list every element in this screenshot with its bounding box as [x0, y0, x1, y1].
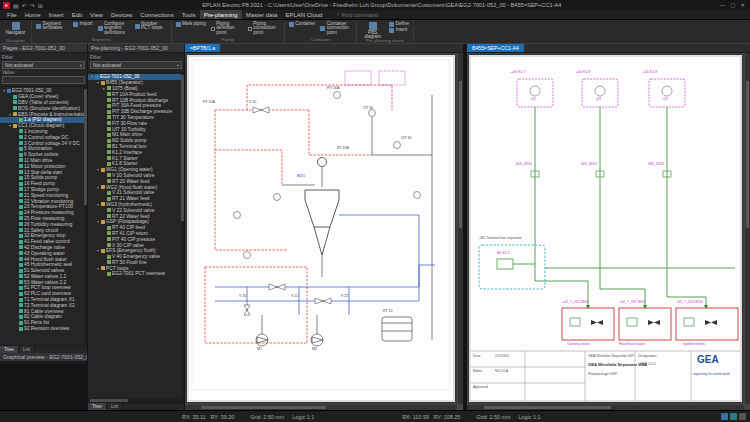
main-area: Pages - EG2-7001-052_00 Filter: Not acti…: [0, 44, 750, 410]
planning-object-icon: [107, 127, 111, 131]
find-command-box[interactable]: ⌕ Find command: [336, 11, 378, 18]
quick-access-icon[interactable]: ↷: [30, 2, 35, 9]
ribbon-tab[interactable]: Edit: [68, 10, 86, 19]
planning-object-icon: [107, 255, 111, 259]
planning-object-icon: [107, 86, 111, 90]
planning-object-icon: [107, 179, 111, 183]
panel-view-tab[interactable]: List: [19, 346, 35, 353]
preplanning-tree-scrollbar[interactable]: [181, 73, 184, 398]
expand-arrow-icon[interactable]: ▾: [96, 219, 100, 224]
status-segment: Logic 1:1: [292, 414, 314, 420]
expand-arrow-icon[interactable]: ▾: [8, 112, 12, 117]
status-icons: [721, 413, 750, 420]
pid-document-window: =BPTB/1.a: [185, 44, 463, 410]
ribbon-button[interactable]: Mark piping: [175, 21, 207, 27]
ribbon-group-caption: Pre-planning macro: [360, 37, 410, 44]
ribbon-button[interactable]: Container: [288, 21, 316, 27]
ribbon-button[interactable]: Number PCT loops: [134, 21, 168, 32]
filter-dropdown[interactable]: Not activated ▾: [90, 61, 182, 69]
document-tab-pid[interactable]: =BPTB/1.a: [185, 44, 220, 52]
pid-vertical-scrollbar[interactable]: [458, 53, 463, 404]
status-segment: RX: 110.99: [402, 414, 429, 420]
document-tab-separator[interactable]: B455=SEP+CC1-A4: [467, 44, 524, 52]
diagram-label: V 20: [239, 295, 246, 299]
filter-dropdown-value: Not activated: [93, 63, 121, 68]
ribbon-tab[interactable]: Master data: [242, 10, 282, 19]
snap-toggle-icon[interactable]: [730, 413, 737, 420]
pages-filter-block: Filter: Not activated ▾ Value:: [0, 53, 87, 87]
ribbon-tab[interactable]: View: [86, 10, 107, 19]
expand-arrow-icon[interactable]: ▾: [8, 123, 12, 128]
planning-object-icon: [107, 133, 111, 137]
page-icon: [19, 280, 23, 284]
filter-value-input[interactable]: [2, 76, 85, 84]
ribbon-tab[interactable]: Home: [21, 10, 45, 19]
sep-canvas[interactable]: =00 K1.7=00 K1.8=00 K1.8-Q1-Q3-Q5-810_WG…: [467, 53, 750, 410]
quick-access-icon[interactable]: ▤: [13, 2, 19, 9]
diagram-label: +02_7_024-WG1: [562, 301, 589, 305]
ribbon-button[interactable]: Piping definition point: [210, 21, 244, 36]
expand-arrow-icon[interactable]: ▾: [96, 185, 100, 190]
minimize-button[interactable]: —: [720, 2, 726, 8]
panel-view-tab[interactable]: Tree: [88, 403, 107, 410]
diagram-label: RT 10A: [203, 101, 215, 105]
pid-canvas[interactable]: RT 10AV 10PIT 30ATIT 30RT 10BB455UIT 30V…: [185, 53, 463, 410]
diagram-label: -Q1: [530, 98, 536, 102]
preplanning-filter-block: Filter: Not activated ▾: [88, 53, 184, 73]
page-icon: [19, 309, 23, 313]
expand-arrow-icon[interactable]: ▾: [96, 80, 100, 85]
ribbon-tab[interactable]: Tools: [178, 10, 200, 19]
container-icon: [289, 22, 294, 27]
planning-object-icon: [107, 231, 111, 235]
layer-toggle-icon[interactable]: [739, 413, 746, 420]
status-segment: RY: 39.20: [211, 414, 235, 420]
maximize-button[interactable]: ▢: [730, 2, 735, 8]
preplanning-tree-item[interactable]: EG2-7001 PCT overview: [88, 271, 184, 277]
ribbon-button[interactable]: Configure segment definitions: [97, 21, 131, 36]
page-icon: [19, 327, 23, 331]
ribbon-tab[interactable]: Devices: [107, 10, 136, 19]
ribbon-tab[interactable]: Connections: [136, 10, 177, 19]
ribbon-button[interactable]: Insert: [388, 27, 410, 33]
expand-arrow-icon[interactable]: ▾: [96, 167, 100, 172]
grid-toggle-icon[interactable]: [721, 413, 728, 420]
filter-dropdown[interactable]: Not activated ▾: [2, 61, 85, 69]
expand-arrow-icon[interactable]: ▾: [96, 248, 100, 253]
expand-arrow-icon[interactable]: ▸: [102, 86, 106, 91]
expand-arrow-icon[interactable]: ▾: [96, 266, 100, 271]
pages-tree-scrollbar[interactable]: [84, 87, 87, 345]
ribbon-tab[interactable]: Pre-planning: [200, 10, 242, 19]
ribbon-button[interactable]: PBS diagram: [360, 21, 385, 37]
planning-object-icon: [101, 168, 105, 172]
planning-object-icon: [107, 214, 111, 218]
ribbon-button[interactable]: Navigator: [3, 21, 28, 37]
preplanning-hscrollbar[interactable]: [88, 398, 184, 402]
planning-object-icon: [101, 81, 105, 85]
panel-view-tab[interactable]: Tree: [0, 346, 19, 353]
ribbon-tab[interactable]: EPLAN Cloud: [281, 10, 326, 19]
expand-arrow-icon[interactable]: ▾: [90, 74, 94, 79]
planning-object-icon: [107, 104, 111, 108]
sep-vertical-scrollbar[interactable]: [745, 53, 750, 404]
preview-panel-header: Graphical preview - EG2-7001-052_00: [0, 353, 87, 362]
expand-arrow-icon[interactable]: ▾: [2, 88, 6, 93]
panel-view-tab[interactable]: List: [107, 403, 123, 410]
expand-arrow-icon[interactable]: ▾: [96, 202, 100, 207]
page-tree-item[interactable]: 92 Revision overview: [0, 326, 87, 332]
window-controls: — ▢ ✕: [715, 2, 750, 8]
quick-access-icon[interactable]: ↶: [22, 2, 27, 9]
ribbon-button[interactable]: Container connection point: [319, 21, 353, 36]
close-button[interactable]: ✕: [740, 2, 745, 8]
graphical-preview: [0, 362, 87, 410]
status-segment: Grid: 2.50 mm: [476, 414, 510, 420]
piping-icon: [211, 27, 215, 31]
diagram-label: =SEP+CC1: [638, 363, 656, 367]
ribbon-button[interactable]: Segment templates: [35, 21, 69, 32]
ribbon-tab[interactable]: File: [3, 10, 21, 19]
page-icon: [19, 135, 23, 139]
ribbon-button[interactable]: Piping connection point: [247, 21, 281, 36]
ribbon-tab[interactable]: Insert: [45, 10, 68, 19]
planning-object-icon: [107, 139, 111, 143]
ribbon-button[interactable]: Import: [72, 21, 94, 27]
quick-access-icon[interactable]: ⊞: [38, 2, 43, 9]
